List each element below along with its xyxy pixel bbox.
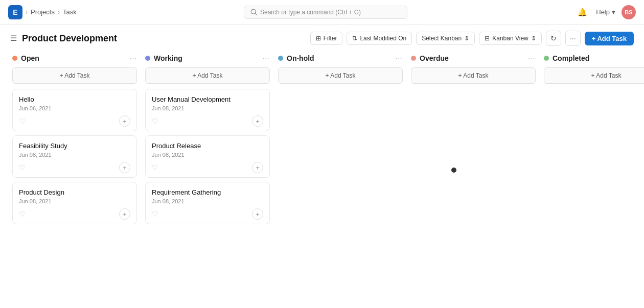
col-menu-open[interactable]: ···	[129, 54, 137, 62]
task-footer: ♡+	[19, 208, 130, 220]
breadcrumb-projects[interactable]: Projects	[31, 8, 55, 16]
kanban-view-label: Kanban View	[492, 35, 528, 42]
avatar[interactable]: BS	[622, 5, 636, 19]
add-task-row-overdue[interactable]: + Add Task	[411, 67, 536, 84]
col-menu-overdue[interactable]: ···	[528, 54, 536, 62]
col-header-left-overdue: Overdue	[411, 54, 449, 62]
app-icon[interactable]: E	[8, 5, 22, 19]
task-title: Requirement Gathering	[152, 188, 263, 196]
task-footer: ♡+	[19, 162, 130, 173]
kanban-col-completed: Completed···+ Add Task	[540, 50, 644, 305]
task-date: Jun 08, 2021	[152, 105, 263, 111]
col-title-open: Open	[21, 54, 39, 62]
topnav: E › Projects › Task Search or type a com…	[0, 0, 644, 25]
add-subtask-button[interactable]: +	[119, 162, 130, 173]
search-bar[interactable]: Search or type a command (Ctrl + G)	[244, 6, 407, 19]
notification-button[interactable]: 🔔	[574, 5, 590, 20]
task-footer: ♡+	[152, 208, 263, 220]
task-card[interactable]: Requirement GatheringJun 08, 2021♡+	[145, 182, 270, 224]
add-task-row-on-hold[interactable]: + Add Task	[278, 67, 403, 84]
heart-button[interactable]: ♡	[152, 163, 158, 172]
breadcrumb-sep-1: ›	[26, 9, 28, 16]
select-kanban-label: Select Kanban	[422, 35, 462, 42]
help-chevron-icon: ▾	[612, 8, 615, 16]
add-subtask-button[interactable]: +	[252, 208, 263, 220]
col-status-dot-on-hold	[278, 56, 283, 61]
task-card[interactable]: Product DesignJun 08, 2021♡+	[12, 182, 137, 224]
col-header-completed: Completed···	[544, 50, 644, 67]
heart-button[interactable]: ♡	[152, 210, 158, 218]
task-card[interactable]: Feasibility StudyJun 08, 2021♡+	[12, 135, 137, 178]
col-header-on-hold: On-hold···	[278, 50, 403, 67]
col-status-dot-completed	[544, 56, 549, 61]
select-kanban-button[interactable]: Select Kanban ⇕	[416, 32, 475, 45]
col-title-overdue: Overdue	[420, 54, 449, 62]
page-title: Product Development	[22, 33, 117, 44]
task-footer: ♡+	[152, 115, 263, 127]
svg-line-1	[255, 13, 257, 15]
task-footer: ♡+	[152, 162, 263, 173]
col-header-left-completed: Completed	[544, 54, 589, 62]
col-header-working: Working···	[145, 50, 270, 67]
kanban-col-open: Open···+ Add TaskHelloJun 06, 2021♡+Feas…	[8, 50, 141, 305]
heart-button[interactable]: ♡	[19, 117, 26, 125]
sidebar-toggle-icon[interactable]: ☰	[10, 34, 17, 43]
refresh-button[interactable]: ↻	[546, 31, 561, 46]
task-card[interactable]: User Manual DevelopmentJun 08, 2021♡+	[145, 89, 270, 131]
add-subtask-button[interactable]: +	[252, 115, 263, 127]
col-status-dot-overdue	[411, 56, 416, 61]
help-label: Help	[596, 8, 610, 16]
task-date: Jun 08, 2021	[152, 152, 263, 158]
help-button[interactable]: Help ▾	[596, 8, 615, 16]
col-status-dot-open	[12, 56, 17, 61]
sort-icon: ⇅	[352, 35, 357, 42]
ellipsis-icon: ···	[570, 34, 576, 42]
filter-label: Filter	[324, 35, 337, 42]
col-title-on-hold: On-hold	[287, 54, 314, 62]
kanban-col-on-hold: On-hold···+ Add Task	[274, 50, 407, 305]
heart-button[interactable]: ♡	[152, 117, 158, 125]
breadcrumb-task[interactable]: Task	[63, 8, 77, 16]
more-options-button[interactable]: ···	[565, 31, 581, 46]
col-title-working: Working	[154, 54, 182, 62]
filter-icon: ⊞	[316, 35, 321, 42]
add-task-row-completed[interactable]: + Add Task	[544, 67, 644, 84]
heart-button[interactable]: ♡	[19, 163, 26, 172]
add-subtask-button[interactable]: +	[119, 115, 130, 127]
filter-button[interactable]: ⊞ Filter	[310, 32, 343, 45]
col-menu-working[interactable]: ···	[262, 54, 270, 62]
task-date: Jun 08, 2021	[19, 198, 130, 204]
breadcrumb-sep-2: ›	[58, 9, 60, 16]
kanban-board: Open···+ Add TaskHelloJun 06, 2021♡+Feas…	[0, 50, 644, 305]
search-icon	[250, 9, 257, 15]
task-date: Jun 06, 2021	[19, 105, 130, 111]
task-title: Feasibility Study	[19, 142, 130, 150]
task-title: User Manual Development	[152, 96, 263, 103]
select-kanban-chevron-icon: ⇕	[464, 35, 469, 42]
kanban-col-overdue: Overdue···+ Add Task	[407, 50, 540, 305]
add-task-label: + Add Task	[592, 35, 627, 42]
kanban-view-button[interactable]: ⊟ Kanban View ⇕	[479, 32, 542, 45]
add-task-row-open[interactable]: + Add Task	[12, 67, 137, 84]
breadcrumb-area: E › Projects › Task	[8, 5, 77, 19]
toolbar: ⊞ Filter ⇅ Last Modified On Select Kanba…	[310, 31, 634, 46]
heart-button[interactable]: ♡	[19, 210, 26, 218]
task-title: Product Design	[19, 188, 130, 196]
sort-button[interactable]: ⇅ Last Modified On	[347, 32, 412, 45]
kanban-col-working: Working···+ Add TaskUser Manual Developm…	[141, 50, 274, 305]
search-area: Search or type a command (Ctrl + G)	[77, 6, 575, 19]
add-task-button[interactable]: + Add Task	[585, 32, 634, 45]
col-header-open: Open···	[12, 50, 137, 67]
col-menu-on-hold[interactable]: ···	[395, 54, 403, 62]
sort-label: Last Modified On	[360, 35, 406, 42]
task-date: Jun 08, 2021	[152, 198, 263, 204]
kanban-view-icon: ⊟	[485, 35, 490, 42]
task-date: Jun 08, 2021	[19, 152, 130, 158]
task-card[interactable]: Product ReleaseJun 08, 2021♡+	[145, 135, 270, 178]
topnav-right: 🔔 Help ▾ BS	[574, 5, 636, 20]
add-task-row-working[interactable]: + Add Task	[145, 67, 270, 84]
refresh-icon: ↻	[550, 34, 557, 42]
task-card[interactable]: HelloJun 06, 2021♡+	[12, 89, 137, 131]
add-subtask-button[interactable]: +	[252, 162, 263, 173]
add-subtask-button[interactable]: +	[119, 208, 130, 220]
